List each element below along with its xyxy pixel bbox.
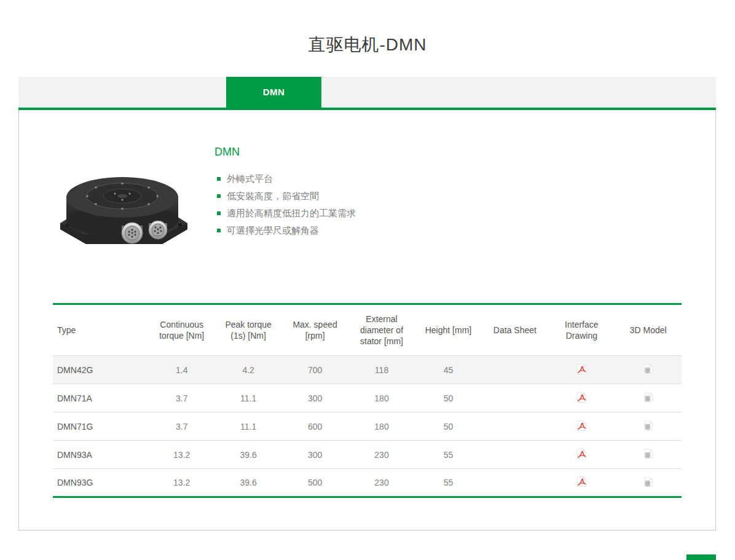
table-row: DMN71G3.711.160018050 [53, 412, 682, 441]
data-sheet-cell [482, 441, 548, 469]
spec-table-wrap: Type Continuous torque [Nm] Peak torque … [53, 303, 682, 498]
data-sheet-cell [482, 469, 548, 497]
height-cell: 55 [415, 469, 481, 497]
3d-model-cell [615, 356, 682, 384]
feature-item: 外轉式平台 [214, 172, 356, 189]
product-type-cell: DMN42G [53, 356, 148, 384]
max-speed-cell: 300 [281, 441, 348, 469]
3d-file-icon[interactable] [643, 420, 653, 431]
stator-diameter-cell: 180 [348, 412, 415, 441]
feature-list: 外轉式平台 低安裝高度，節省空間 適用於高精度低扭力的工業需求 可選擇光學尺或解… [214, 172, 356, 241]
product-info: DMN 外轉式平台 低安裝高度，節省空間 適用於高精度低扭力的工業需求 [214, 144, 356, 254]
continuous-torque-cell: 13.2 [148, 441, 214, 469]
3d-file-icon[interactable] [643, 448, 653, 459]
feature-item: 可選擇光學尺或解角器 [214, 224, 356, 241]
3d-model-cell [615, 412, 682, 441]
header-interface-drawing: Interface Drawing [548, 304, 615, 356]
feature-text: 適用於高精度低扭力的工業需求 [227, 207, 356, 220]
interface-drawing-cell [548, 384, 615, 412]
stator-diameter-cell: 180 [348, 384, 415, 412]
max-speed-cell: 700 [281, 356, 348, 384]
peak-torque-cell: 11.1 [215, 384, 281, 412]
header-stator-diameter: External diameter of stator [mm] [348, 304, 415, 356]
3d-model-cell [615, 469, 682, 497]
bullet-icon [217, 177, 221, 181]
table-row: DMN93G13.239.650023055 [53, 469, 682, 497]
product-section: DMN 外轉式平台 低安裝高度，節省空間 適用於高精度低扭力的工業需求 [19, 110, 715, 254]
peak-torque-cell: 11.1 [215, 412, 281, 441]
max-speed-cell: 300 [281, 384, 348, 412]
header-continuous-torque: Continuous torque [Nm] [148, 304, 214, 356]
tab-bar: DMN [18, 77, 716, 108]
table-body: DMN42G1.44.270011845 DMN71A3.711.1300180… [53, 356, 682, 497]
height-cell: 50 [415, 412, 481, 441]
pdf-icon[interactable] [576, 448, 587, 460]
product-type-cell: DMN93A [53, 441, 148, 469]
interface-drawing-cell [548, 412, 615, 441]
continuous-torque-cell: 3.7 [148, 412, 214, 441]
product-type-cell: DMN71A [53, 384, 148, 412]
3d-model-cell [615, 441, 682, 469]
peak-torque-cell: 4.2 [215, 356, 281, 384]
stator-diameter-cell: 230 [348, 441, 415, 469]
page-title: 直驱电机-DMN [0, 0, 735, 57]
header-3d-model: 3D Model [615, 304, 682, 356]
header-height: Height [mm] [415, 304, 481, 356]
table-header-row: Type Continuous torque [Nm] Peak torque … [53, 304, 682, 356]
max-speed-cell: 600 [281, 412, 348, 441]
continuous-torque-cell: 3.7 [148, 384, 214, 412]
product-image [58, 167, 190, 253]
continuous-torque-cell: 13.2 [148, 469, 214, 497]
feature-text: 低安裝高度，節省空間 [227, 189, 319, 203]
spec-table: Type Continuous torque [Nm] Peak torque … [53, 303, 682, 498]
feature-text: 可選擇光學尺或解角器 [227, 224, 319, 237]
data-sheet-cell [482, 356, 548, 384]
3d-file-icon[interactable] [643, 363, 653, 374]
product-type-cell: DMN93G [53, 469, 148, 497]
interface-drawing-cell [548, 469, 615, 497]
bullet-icon [217, 211, 221, 215]
bullet-icon [217, 229, 221, 232]
bullet-icon [217, 194, 221, 198]
data-sheet-cell [482, 384, 548, 412]
table-row: DMN93A13.239.630023055 [53, 441, 682, 469]
height-cell: 50 [415, 384, 481, 412]
pdf-icon[interactable] [576, 476, 587, 487]
table-row: DMN42G1.44.270011845 [53, 356, 682, 384]
feature-text: 外轉式平台 [227, 172, 273, 186]
stator-diameter-cell: 118 [348, 356, 415, 384]
feature-item: 適用於高精度低扭力的工業需求 [214, 207, 356, 224]
interface-drawing-cell [548, 441, 615, 469]
header-type: Type [53, 304, 148, 356]
peak-torque-cell: 39.6 [215, 469, 281, 497]
continuous-torque-cell: 1.4 [148, 356, 214, 384]
back-to-top-button[interactable] [686, 554, 716, 560]
feature-item: 低安裝高度，節省空間 [214, 189, 356, 207]
max-speed-cell: 500 [281, 469, 348, 497]
table-row: DMN71A3.711.130018050 [53, 384, 682, 412]
pdf-icon[interactable] [576, 392, 587, 403]
3d-model-cell [615, 384, 682, 412]
header-peak-torque: Peak torque (1s) [Nm] [215, 304, 281, 356]
header-max-speed: Max. speed [rpm] [281, 304, 348, 356]
product-name-heading: DMN [214, 146, 356, 159]
tab-dmn[interactable]: DMN [226, 77, 321, 108]
height-cell: 45 [415, 356, 481, 384]
height-cell: 55 [415, 441, 481, 469]
interface-drawing-cell [548, 356, 615, 384]
pdf-icon[interactable] [576, 420, 587, 432]
data-sheet-cell [482, 412, 548, 441]
content-panel: DMN 外轉式平台 低安裝高度，節省空間 適用於高精度低扭力的工業需求 [18, 110, 716, 530]
3d-file-icon[interactable] [643, 476, 653, 487]
3d-file-icon[interactable] [643, 392, 653, 403]
pdf-icon[interactable] [576, 363, 587, 375]
stator-diameter-cell: 230 [348, 469, 415, 497]
main-container: DMN [18, 77, 716, 530]
header-data-sheet: Data Sheet [482, 304, 548, 356]
peak-torque-cell: 39.6 [215, 441, 281, 469]
product-type-cell: DMN71G [53, 412, 148, 441]
